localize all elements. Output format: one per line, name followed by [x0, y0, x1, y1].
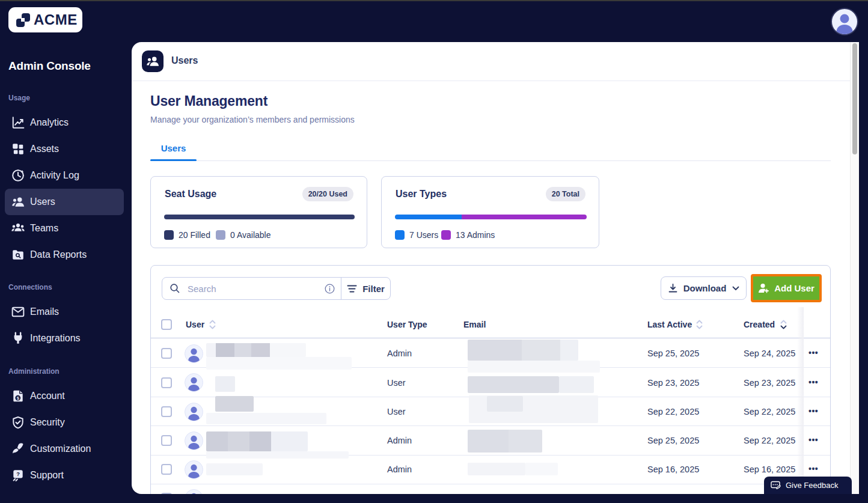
svg-text:?: ?: [16, 471, 20, 477]
svg-text:$: $: [17, 395, 20, 401]
